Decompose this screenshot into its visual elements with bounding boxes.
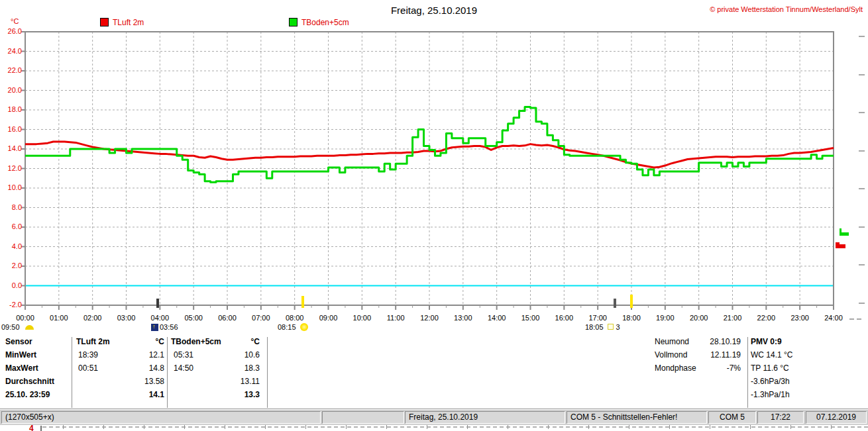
background-window-artifact (750, 425, 751, 429)
statusbar-cell-empty (322, 411, 404, 424)
background-window-axis-fragment: 4 (29, 424, 34, 431)
x-tick-label: 09:00 (315, 314, 342, 322)
statusbar-cell-size: (1270x505+x) (1, 411, 321, 424)
sunset-time: 18:05 (585, 323, 604, 331)
background-window-artifact (305, 425, 306, 429)
y-tick-label: 16.0 (1, 125, 22, 133)
background-window-frame-fragment (40, 426, 42, 431)
x-tick-label: 13:00 (450, 314, 476, 322)
moonset-time: 09:50 (1, 323, 20, 331)
moonrise-icon (151, 324, 158, 331)
background-window-artifact (265, 425, 266, 429)
y-tick-label: 14.0 (1, 144, 22, 152)
table-divider (267, 337, 268, 408)
weather-station-window: Freitag, 25.10.2019 © private Wetterstat… (0, 0, 868, 431)
tboden-max-value: 18.3 (199, 363, 260, 373)
statusbar-cell-current-date: 07.12.2019 (806, 411, 867, 424)
x-tick-label: 06:00 (214, 314, 241, 322)
tboden-last-value: 13.3 (199, 390, 260, 399)
background-window-artifact (859, 36, 865, 37)
sunrise-icon (300, 323, 308, 331)
background-window-artifact (63, 425, 64, 429)
x-tick-label: 01:00 (46, 314, 72, 322)
pressure-trend-1h: -1.3hPa/1h (751, 390, 790, 399)
background-window-gridline-fragment (42, 426, 868, 428)
background-window-artifact (859, 150, 865, 152)
sunrise-time: 08:15 (278, 323, 296, 331)
background-window-artifact (467, 425, 468, 429)
statusbar-cell-com-port: COM 5 (708, 411, 756, 424)
background-window-artifact (857, 318, 861, 320)
x-tick-label: 19:00 (652, 314, 678, 322)
x-tick-label: 16:00 (551, 314, 577, 322)
background-window-artifact (859, 264, 865, 265)
table-divider (747, 337, 748, 408)
table-row-label: MaxWert (5, 363, 38, 373)
statusbar-cell-date: Freitag, 25.10.2019 (405, 411, 565, 424)
dewpoint-value: TP 11.6 °C (751, 363, 789, 373)
windchill-value: WC 14.1 °C (751, 350, 792, 359)
background-window-artifact (629, 425, 629, 429)
tboden-min-value: 10.6 (199, 350, 260, 359)
background-window-artifact (184, 425, 185, 429)
tluft-unit: °C (99, 337, 164, 346)
table-divider (167, 337, 168, 408)
table-row-label: 25.10. 23:59 (5, 390, 50, 399)
temperature-chart (0, 0, 868, 339)
tboden-unit: °C (199, 337, 260, 346)
moonrise-marker: 03:56 (151, 323, 178, 331)
tboden-avg-value: 13.11 (199, 377, 260, 386)
background-window-artifact (859, 74, 865, 75)
y-tick-label: 26.0 (1, 27, 22, 35)
moonset-marker: 09:50 (1, 323, 34, 331)
x-tick-label: 21:00 (720, 314, 746, 322)
sunset-extra: 3 (616, 323, 620, 331)
y-tick-label: 24.0 (1, 47, 22, 55)
background-window-artifact (859, 226, 865, 228)
neumond-date: 28.10.19 (681, 337, 741, 346)
y-tick-label: 4.0 (1, 242, 22, 250)
x-tick-label: 18:00 (618, 314, 645, 322)
x-tick-label: 11:00 (382, 314, 409, 322)
mondphase-value: -7% (681, 363, 741, 373)
x-tick-label: 12:00 (416, 314, 443, 322)
moonset-icon (25, 325, 34, 330)
sunset-icon (608, 324, 614, 330)
tluft-last-value: 14.1 (99, 390, 164, 399)
x-tick-label: 05:00 (180, 314, 207, 322)
background-window-artifact (508, 425, 508, 429)
background-window-artifact (103, 425, 104, 429)
sunset-marker: 18:053 (585, 323, 620, 331)
tluft-avg-value: 13.58 (99, 377, 164, 386)
y-tick-label: -2.0 (1, 301, 22, 309)
background-window-artifact (386, 425, 387, 429)
tluft-min-value: 12.1 (99, 350, 164, 359)
x-tick-label: 02:00 (80, 314, 106, 322)
moonrise-time: 03:56 (160, 323, 178, 331)
x-tick-label: 14:00 (484, 314, 510, 322)
table-row-label: MinWert (5, 350, 36, 359)
background-window-artifact (427, 425, 427, 429)
statusbar-cell-com-error: COM 5 - Schnittstellen-Fehler! (567, 411, 707, 424)
background-window-artifact (225, 425, 225, 429)
background-window-artifact (548, 425, 549, 429)
y-tick-label: 18.0 (1, 105, 22, 113)
background-window-artifact (859, 188, 865, 189)
y-tick-label: 8.0 (1, 203, 22, 211)
tluft-min-time: 18:39 (78, 350, 98, 359)
background-window-artifact (840, 232, 849, 236)
x-tick-label: 24:00 (820, 314, 847, 322)
tluft-max-time: 00:51 (78, 363, 98, 373)
y-tick-label: 0.0 (1, 281, 22, 289)
y-tick-label: 12.0 (1, 164, 22, 172)
table-row-label: Sensor (5, 337, 32, 346)
tboden-min-time: 05:31 (174, 350, 193, 359)
background-window-artifact (669, 425, 670, 429)
vollmond-date: 12.11.19 (681, 350, 741, 359)
table-bottom-divider (0, 408, 868, 409)
x-tick-label: 00:00 (12, 314, 38, 322)
tboden-max-time: 14:50 (174, 363, 193, 373)
y-tick-label: 22.0 (1, 66, 22, 74)
background-window-artifact (144, 425, 144, 429)
x-tick-label: 23:00 (787, 314, 813, 322)
